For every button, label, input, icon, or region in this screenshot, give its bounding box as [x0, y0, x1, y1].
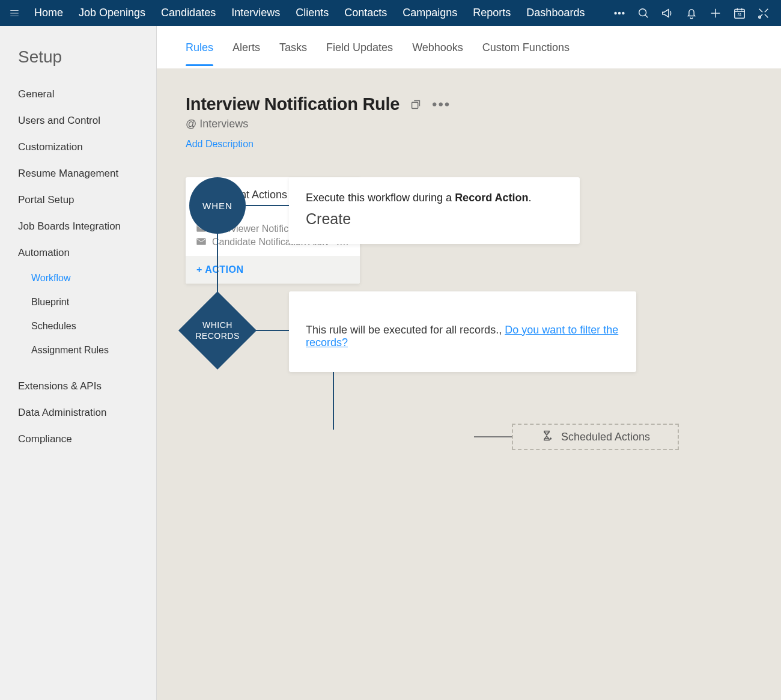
hourglass-icon	[541, 430, 553, 445]
connector-line	[474, 436, 512, 437]
workflow-flow: WHEN Execute this workflow during a Reco…	[186, 177, 752, 598]
bell-icon[interactable]	[685, 7, 698, 20]
nav-items: Home Job Openings Candidates Interviews …	[26, 0, 592, 26]
svg-point-3	[615, 12, 616, 14]
announce-icon[interactable]	[661, 7, 674, 20]
svg-point-6	[639, 8, 646, 16]
nav-interviews[interactable]: Interviews	[223, 0, 288, 26]
nav-home[interactable]: Home	[26, 0, 71, 26]
add-description-link[interactable]: Add Description	[186, 139, 752, 150]
scheduled-actions-label: Scheduled Actions	[561, 431, 650, 443]
which-label-1: WHICH	[202, 320, 232, 330]
sidebar-sub-blueprint[interactable]: Blueprint	[0, 290, 156, 314]
sidebar-sub-assignment-rules[interactable]: Assignment Rules	[0, 338, 156, 362]
nav-job-openings[interactable]: Job Openings	[71, 0, 153, 26]
when-label: WHEN	[202, 201, 232, 211]
tab-field-updates[interactable]: Field Updates	[326, 28, 393, 66]
sidebar-item-data-administration[interactable]: Data Administration	[0, 400, 156, 426]
when-description: Execute this workflow during a Record Ac…	[306, 192, 563, 204]
hamburger-icon[interactable]	[6, 5, 23, 22]
when-action: Create	[306, 210, 563, 228]
add-action-button[interactable]: + ACTION	[186, 256, 360, 284]
tab-rules[interactable]: Rules	[186, 28, 213, 66]
sidebar-item-portal-setup[interactable]: Portal Setup	[0, 187, 156, 213]
sidebar-sub-schedules[interactable]: Schedules	[0, 314, 156, 338]
more-icon[interactable]	[613, 7, 626, 20]
top-nav: Home Job Openings Candidates Interviews …	[0, 0, 781, 26]
svg-text:31: 31	[737, 12, 742, 16]
tab-webhooks[interactable]: Webhooks	[412, 28, 463, 66]
nav-clients[interactable]: Clients	[288, 0, 336, 26]
sidebar-item-customization[interactable]: Customization	[0, 134, 156, 160]
nav-right-icons: 31	[613, 7, 775, 20]
nav-candidates[interactable]: Candidates	[153, 0, 223, 26]
sidebar: Setup General Users and Control Customiz…	[0, 26, 157, 700]
open-link-icon[interactable]	[409, 98, 422, 111]
scheduled-actions-button[interactable]: Scheduled Actions	[512, 424, 679, 450]
nav-contacts[interactable]: Contacts	[336, 0, 395, 26]
sidebar-item-extensions-apis[interactable]: Extensions & APIs	[0, 373, 156, 400]
connector-line	[333, 372, 334, 430]
plus-icon[interactable]	[709, 7, 722, 20]
nav-dashboards[interactable]: Dashboards	[518, 0, 592, 26]
tab-custom-functions[interactable]: Custom Functions	[482, 28, 570, 66]
sidebar-item-general[interactable]: General	[0, 81, 156, 108]
which-records-node[interactable]: WHICH RECORDS	[178, 291, 257, 370]
which-records-card[interactable]: This rule will be executed for all recor…	[289, 291, 636, 372]
svg-rect-20	[197, 239, 206, 245]
rule-title: Interview Notification Rule	[186, 94, 400, 114]
sidebar-item-resume-management[interactable]: Resume Management	[0, 160, 156, 187]
sidebar-title: Setup	[0, 47, 156, 81]
which-records-text: This rule will be executed for all recor…	[306, 324, 619, 349]
tools-icon[interactable]	[757, 7, 770, 20]
sidebar-sub-workflow[interactable]: Workflow	[0, 266, 156, 290]
sidebar-item-compliance[interactable]: Compliance	[0, 426, 156, 452]
subtabs: Rules Alerts Tasks Field Updates Webhook…	[157, 26, 781, 69]
calendar-icon[interactable]: 31	[733, 7, 746, 20]
when-card[interactable]: Execute this workflow during a Record Ac…	[289, 177, 580, 244]
svg-point-5	[622, 12, 624, 14]
connector-line	[246, 205, 289, 206]
svg-line-7	[645, 14, 648, 17]
nav-campaigns[interactable]: Campaigns	[395, 0, 465, 26]
tab-tasks[interactable]: Tasks	[279, 28, 307, 66]
tab-alerts[interactable]: Alerts	[232, 28, 260, 66]
envelope-icon	[196, 237, 206, 248]
svg-rect-16	[412, 102, 418, 108]
sidebar-item-automation[interactable]: Automation	[0, 240, 156, 266]
more-actions-icon[interactable]: •••	[432, 97, 451, 112]
when-node[interactable]: WHEN	[189, 177, 246, 234]
sidebar-item-job-boards-integration[interactable]: Job Boards Integration	[0, 213, 156, 240]
which-label-2: RECORDS	[195, 330, 240, 341]
nav-reports[interactable]: Reports	[465, 0, 518, 26]
content: Interview Notification Rule ••• @ Interv…	[157, 69, 781, 700]
sidebar-item-users-control[interactable]: Users and Control	[0, 108, 156, 134]
connector-line	[251, 330, 289, 331]
search-icon[interactable]	[637, 7, 650, 20]
main: Rules Alerts Tasks Field Updates Webhook…	[157, 26, 781, 700]
rule-module: @ Interviews	[186, 118, 752, 130]
svg-point-4	[619, 12, 621, 14]
